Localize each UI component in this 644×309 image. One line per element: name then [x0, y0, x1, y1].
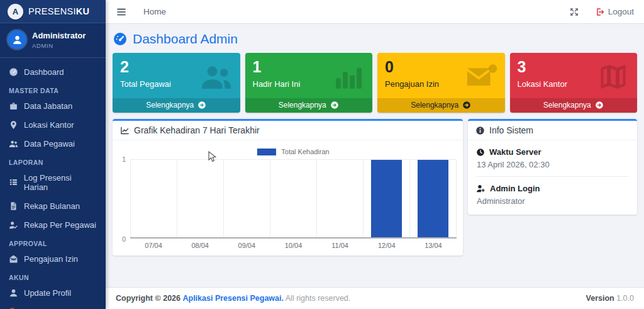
- chart-bar[interactable]: [371, 160, 402, 237]
- selengkapnya-link[interactable]: Selengkapnya: [377, 98, 505, 113]
- navbar-home-link[interactable]: Home: [143, 7, 166, 16]
- chart-column: [177, 160, 223, 237]
- user-icon: [12, 35, 23, 45]
- envelope-open-icon: [9, 254, 18, 264]
- sidebar-nav: Dashboard MASTER DATA Data Jabatan Lokas…: [0, 58, 106, 309]
- chart-column: [223, 160, 270, 237]
- sidebar-item-log-presensi[interactable]: Log Presensi Harian: [0, 168, 106, 196]
- server-time-value: 13 April 2026, 02:30: [477, 160, 629, 169]
- map-marker-icon: [9, 120, 18, 130]
- admin-login-label: Admin Login: [476, 184, 629, 193]
- x-axis-labels: 07/0408/0409/0410/0411/0412/0413/04: [130, 242, 457, 249]
- navbar-logout-button[interactable]: Logout: [596, 7, 634, 16]
- app-logo: A: [8, 4, 23, 20]
- page-title: Dashboard Admin: [113, 31, 637, 47]
- main-area: Home Logout Dashboard Admin 2 Total Pega…: [106, 0, 644, 309]
- selengkapnya-link[interactable]: Selengkapnya: [245, 98, 373, 113]
- fullscreen-icon[interactable]: [569, 7, 579, 17]
- sidebar-item-rekap-bulanan[interactable]: Rekap Bulanan: [0, 196, 106, 215]
- users-icon: [9, 139, 18, 149]
- sidebar-item-lokasi-kantor[interactable]: Lokasi Kantor: [0, 115, 106, 134]
- version-text: Version 1.0.0: [586, 294, 634, 303]
- selengkapnya-link[interactable]: Selengkapnya: [113, 98, 240, 113]
- app-footer-link[interactable]: Aplikasi Presensi Pegawai.: [182, 294, 284, 303]
- info-circle-icon: [475, 126, 485, 135]
- legend-label: Total Kehadiran: [281, 148, 329, 155]
- chart-column: [316, 160, 363, 237]
- sidebar-item-rekap-per-pegawai[interactable]: Rekap Per Pegawai: [0, 215, 106, 234]
- divider: [476, 176, 629, 177]
- x-axis-tick-label: 08/04: [177, 242, 223, 249]
- x-axis-tick-label: 10/04: [270, 242, 316, 249]
- chart-column: [409, 160, 457, 237]
- brand-link[interactable]: A PRESENSIKU: [0, 0, 106, 23]
- sidebar-item-pengajuan-izin[interactable]: Pengajuan Izin: [0, 249, 106, 268]
- x-axis-tick-label: 12/04: [364, 242, 410, 249]
- users-icon: [199, 60, 234, 93]
- sidebar-section-master-data: MASTER DATA: [0, 81, 106, 96]
- stat-card-hadir-hari-ini: 1 Hadir Hari Ini Selengkapnya: [245, 53, 373, 113]
- y-axis-max-label: 1: [122, 155, 126, 163]
- attendance-bar-chart: Total Kehadiran 1 0 07/0408/0409/0410/04…: [113, 140, 463, 256]
- user-name: Administrator: [32, 31, 86, 40]
- sidebar-section-approval: APPROVAL: [0, 234, 106, 249]
- tachometer-icon: [113, 31, 128, 47]
- copyright-text: Copyright © 2026 Aplikasi Presensi Pegaw…: [116, 294, 350, 303]
- sidebar-item-update-profil[interactable]: Update Profil: [0, 283, 106, 302]
- sidebar-section-laporan: LAPORAN: [0, 153, 106, 168]
- attendance-chart-card: Grafik Kehadiran 7 Hari Terakhir Total K…: [113, 119, 463, 256]
- file-icon: [9, 201, 18, 211]
- map-icon: [596, 60, 631, 93]
- user-role: ADMIN: [32, 42, 86, 49]
- y-axis-min-label: 0: [122, 235, 126, 243]
- chart-legend[interactable]: Total Kehadiran: [130, 148, 457, 155]
- bar-chart-icon: [331, 60, 366, 93]
- chart-line-icon: [120, 126, 130, 135]
- info-sistem-card: Info Sistem Waktu Server 13 April 2026, …: [468, 119, 637, 215]
- list-icon: [9, 177, 18, 187]
- sign-out-icon: [9, 307, 18, 309]
- sidebar-item-data-jabatan[interactable]: Data Jabatan: [0, 96, 106, 115]
- sign-out-icon: [596, 8, 604, 16]
- sidebar-item-logout[interactable]: Logout: [0, 302, 106, 309]
- tachometer-icon: [9, 67, 18, 77]
- arrow-circle-right-icon: [462, 101, 471, 110]
- x-axis-tick-label: 09/04: [223, 242, 270, 249]
- stat-card-lokasi-kantor: 3 Lokasi Kantor Selengkapnya: [510, 53, 638, 113]
- user-panel: Administrator ADMIN: [0, 23, 106, 58]
- user-cog-icon: [476, 184, 486, 193]
- stat-cards-row: 2 Total Pegawai Selengkapnya 1 Hadir Har…: [113, 53, 637, 113]
- arrow-circle-right-icon: [197, 101, 206, 110]
- chart-bar[interactable]: [418, 160, 449, 237]
- clock-icon: [476, 148, 485, 157]
- app-title: PRESENSIKU: [28, 6, 89, 16]
- app-window: A PRESENSIKU Administrator ADMIN Dashboa…: [0, 0, 644, 309]
- chart-column: [363, 160, 409, 237]
- envelope-icon: [464, 60, 499, 93]
- arrow-circle-right-icon: [595, 101, 604, 110]
- content: Dashboard Admin 2 Total Pegawai Selengka…: [106, 24, 644, 287]
- server-time-label: Waktu Server: [476, 147, 629, 157]
- chart-column: [130, 160, 177, 237]
- page-footer: Copyright © 2026 Aplikasi Presensi Pegaw…: [106, 287, 644, 309]
- user-icon: [9, 288, 18, 298]
- arrow-circle-right-icon: [330, 101, 339, 110]
- hamburger-menu-icon[interactable]: [116, 6, 127, 18]
- sidebar-section-akun: AKUN: [0, 268, 106, 283]
- chart-card-header: Grafik Kehadiran 7 Hari Terakhir: [113, 121, 463, 140]
- top-navbar: Home Logout: [106, 0, 644, 24]
- admin-login-value: Administrator: [477, 196, 629, 206]
- user-check-icon: [9, 220, 18, 230]
- sidebar-item-data-pegawai[interactable]: Data Pegawai: [0, 134, 106, 153]
- info-card-header: Info Sistem: [468, 121, 637, 140]
- x-axis-tick-label: 13/04: [410, 242, 457, 249]
- sidebar: A PRESENSIKU Administrator ADMIN Dashboa…: [0, 0, 106, 309]
- x-axis-tick-label: 11/04: [317, 242, 364, 249]
- selengkapnya-link[interactable]: Selengkapnya: [510, 98, 638, 113]
- legend-swatch: [257, 149, 276, 155]
- x-axis-tick-label: 07/04: [130, 242, 177, 249]
- sidebar-item-dashboard[interactable]: Dashboard: [0, 62, 106, 81]
- stat-card-pengajuan-izin: 0 Pengajuan Izin Selengkapnya: [377, 53, 505, 113]
- chart-plot-area: [130, 159, 457, 239]
- chart-column: [270, 160, 316, 237]
